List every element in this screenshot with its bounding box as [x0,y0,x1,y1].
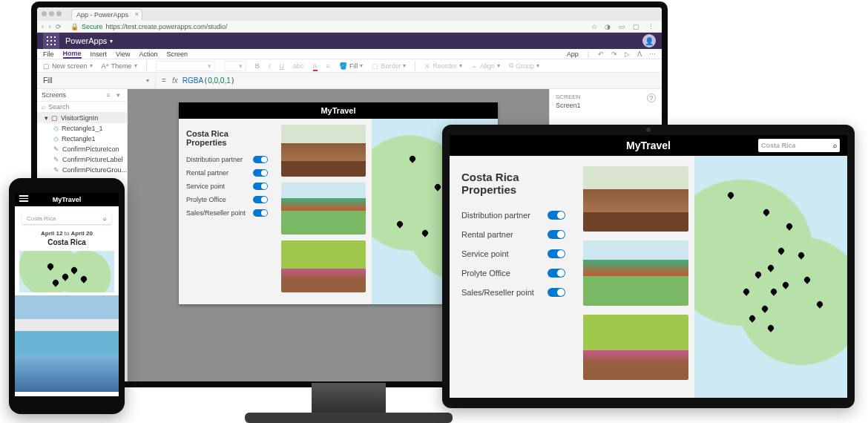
property-photo[interactable] [583,315,688,380]
svg-rect-3 [47,40,48,42]
equals-label: = [156,76,172,85]
font-select[interactable]: ▾ [156,61,215,71]
tree-item[interactable]: ◇Rectangle1_1 [37,123,127,134]
menu-action[interactable]: Action [139,50,157,58]
filter-row: Sales/Reseller point [461,288,565,297]
toggle[interactable] [548,269,565,278]
prop-value[interactable]: Screen1 [556,102,656,109]
chevron-down-icon[interactable]: ▾ [110,38,113,45]
undo-icon[interactable]: ↶ [598,50,604,58]
search-placeholder: Costa Rica [27,215,56,222]
formula-bar: Fill▾ = fx RGBA(0,0,0,1) [37,73,662,89]
app-title: MyTravel [320,106,355,115]
app-heading: Costa Rica Properties [186,129,268,147]
reorder-button[interactable]: ⤨ Reorder ▾ [424,62,462,70]
help-icon[interactable]: ? [647,94,656,102]
property-photo[interactable] [583,240,688,306]
lock-icon: 🔒 [70,23,79,30]
tree-item[interactable]: ✎ConfirmPictureLabel [37,154,127,165]
nav-arrows[interactable]: ‹ › ⟳ [42,23,63,30]
toggle[interactable] [548,288,565,297]
share-icon[interactable]: ᐱ [637,50,642,58]
panel-options[interactable]: ≡ ▾ [106,91,122,99]
font-size[interactable]: ▾ [224,61,246,71]
tree-item[interactable]: ✎ConfirmPictureIcon [37,144,127,154]
screens-search[interactable]: ⌕Search [37,102,127,113]
svg-rect-4 [50,40,52,42]
svg-rect-6 [47,44,48,45]
avatar[interactable]: 👤 [642,34,656,47]
tablet-screen: MyTravel Costa Rica ⌕ Costa Rica Propert… [450,135,847,398]
menu-app[interactable]: App [567,50,579,58]
menu-insert[interactable]: Insert [91,50,108,58]
italic-icon[interactable]: I [269,62,271,70]
menu-screen[interactable]: Screen [166,50,188,58]
search-icon[interactable]: ⌕ [103,215,107,222]
search-icon[interactable]: ⌕ [833,142,837,149]
toggle[interactable] [548,211,565,220]
tree-item[interactable]: ▾▢VisitorSignIn [37,113,127,123]
filters-panel: Costa Rica Properties Distribution partn… [450,156,577,398]
tree-item[interactable]: ✎ConfirmPictureGrou... [37,165,127,175]
theme-button[interactable]: Aᵃ Theme ▾ [102,62,137,70]
svg-rect-5 [54,40,56,42]
filter-row: Rental partner [461,230,565,239]
property-photo[interactable] [281,240,366,292]
toggle[interactable] [253,183,268,190]
menu-file[interactable]: File [43,50,54,58]
hero-photo[interactable] [15,295,119,355]
toggle[interactable] [548,230,565,239]
strike-icon[interactable]: abc [293,62,304,70]
align-icon[interactable]: ≡ [326,62,330,70]
search-input[interactable]: Costa Rica ⌕ [22,212,111,224]
browser-urlbar: ‹ › ⟳ 🔒 Secure https://test.create.power… [37,21,662,33]
toggle[interactable] [548,249,565,258]
align2-button[interactable]: ⫠ Align ▾ [471,62,500,70]
redo-icon[interactable]: ↷ [611,50,617,58]
border-button[interactable]: ▢ Border ▾ [372,62,406,70]
property-select[interactable]: Fill▾ [37,73,156,88]
new-screen-button[interactable]: ▢ New screen ▾ [43,62,93,70]
toggle[interactable] [253,169,268,177]
filter-row: Rental partner [186,169,268,177]
hamburger-icon[interactable] [19,195,28,202]
browser-tab[interactable]: App - PowerApps × [71,9,142,20]
browser-actions[interactable]: ☆ ◑ ▭ ▢ ⋮ [591,23,657,30]
map[interactable] [19,251,114,292]
menu-home[interactable]: Home [63,50,82,59]
tree-item[interactable]: ◇Rectangle1 [37,134,127,144]
browser-tabbar: App - PowerApps × [37,7,662,21]
toggle[interactable] [253,209,268,217]
waffle-icon[interactable] [43,33,59,49]
property-photo[interactable] [281,125,366,177]
filter-row: Service point [186,183,268,190]
toggle[interactable] [253,156,268,163]
property-photo[interactable] [583,166,688,232]
menubar-actions[interactable]: ↶ ↷ ▷ ᐱ ⋯ [598,50,656,58]
fontcolor-icon[interactable]: A [313,62,318,70]
hero-photo[interactable] [15,355,119,392]
tablet-frame: MyTravel Costa Rica ⌕ Costa Rica Propert… [442,125,855,408]
screens-header: Screens [42,91,66,99]
window-controls[interactable] [42,10,64,18]
secure-label: Secure [82,23,103,30]
formula-input[interactable]: RGBA(0,0,0,1) [183,76,235,85]
play-icon[interactable]: ▷ [625,50,630,58]
underline-icon[interactable]: U [280,62,285,70]
map[interactable] [694,156,847,398]
phone-frame: MyTravel Costa Rica ⌕ April 12 to April … [9,178,125,414]
bold-icon[interactable]: B [255,62,260,70]
address[interactable]: https://test.create.powerapps.com/studio… [106,23,591,30]
app-heading: Costa Rica Properties [461,171,565,196]
svg-rect-8 [54,44,56,45]
camera-icon [646,128,651,132]
more-icon[interactable]: ⋯ [649,50,656,58]
toggle[interactable] [253,196,268,203]
close-icon[interactable]: × [135,10,139,18]
fx-icon[interactable]: fx [172,76,178,85]
property-photo[interactable] [281,183,366,235]
search-input[interactable]: Costa Rica ⌕ [758,139,840,152]
fill-button[interactable]: 🪣 Fill ▾ [339,62,364,70]
menu-view[interactable]: View [116,50,130,58]
group-button[interactable]: ⧉ Group ▾ [509,62,539,70]
